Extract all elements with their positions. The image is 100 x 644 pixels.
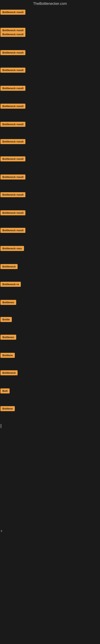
- bottleneck-item-9: Bottleneck result: [0, 138, 25, 146]
- bottleneck-badge-18[interactable]: Bottlenec: [0, 300, 16, 305]
- bottleneck-item-1: Bottleneck result: [0, 8, 25, 17]
- bottleneck-badge-1[interactable]: Bottleneck result: [0, 10, 25, 15]
- bottleneck-badge-15[interactable]: Bottleneck resu: [0, 246, 24, 251]
- bottleneck-badge-13[interactable]: Bottleneck result: [0, 210, 25, 215]
- bottleneck-badge-16[interactable]: Bottleneck: [0, 264, 18, 269]
- bottleneck-item-14: Bottleneck result: [0, 226, 25, 235]
- bottleneck-badge-21[interactable]: Bottlene: [0, 353, 15, 358]
- bottleneck-item-24: Bottlene: [0, 404, 15, 414]
- bottleneck-item-11: Bottleneck result: [0, 173, 25, 182]
- bottleneck-item-17: Bottleneck re: [0, 280, 21, 289]
- bottleneck-item-13: Bottleneck result: [0, 209, 25, 218]
- bottleneck-item-7: Bottleneck result: [0, 102, 25, 111]
- bottleneck-badge-22[interactable]: Bottleneck: [0, 370, 18, 375]
- bottleneck-item-10: Bottleneck result: [0, 155, 25, 164]
- bottleneck-item-18: Bottlenec: [0, 298, 16, 307]
- bottleneck-item-21: Bottlene: [0, 351, 15, 360]
- bottleneck-item-5: Bottleneck result: [0, 66, 25, 75]
- small-char: 0: [0, 529, 2, 534]
- bottleneck-badge-19[interactable]: Bottle: [0, 317, 12, 322]
- bottleneck-item-15: Bottleneck resu: [0, 244, 24, 253]
- bottleneck-badge-11[interactable]: Bottleneck result: [0, 174, 25, 180]
- bottleneck-badge-9[interactable]: Bottleneck result: [0, 139, 25, 144]
- bottleneck-item-8: Bottleneck result: [0, 120, 25, 129]
- bottleneck-item-22: Bottleneck: [0, 369, 18, 378]
- bottleneck-badge-17[interactable]: Bottleneck re: [0, 282, 21, 287]
- bottleneck-item-3: Bottleneck result: [0, 30, 25, 39]
- bottleneck-badge-23[interactable]: Bott: [0, 388, 10, 394]
- cursor-line: [1, 424, 1, 428]
- bottleneck-badge-3[interactable]: Bottleneck result: [0, 32, 25, 37]
- bottleneck-item-20: Bottlenec: [0, 333, 16, 342]
- bottleneck-item-4: Bottleneck result: [0, 48, 25, 58]
- site-title: TheBottlenecker.com: [0, 0, 100, 8]
- bottleneck-item-12: Bottleneck result: [0, 190, 25, 200]
- bottleneck-badge-24[interactable]: Bottlene: [0, 406, 15, 411]
- bottleneck-badge-5[interactable]: Bottleneck result: [0, 68, 25, 73]
- bottleneck-item-23: Bott: [0, 387, 10, 396]
- bottleneck-item-6: Bottleneck result: [0, 84, 25, 93]
- bottleneck-badge-6[interactable]: Bottleneck result: [0, 86, 25, 91]
- bottleneck-badge-14[interactable]: Bottleneck result: [0, 228, 25, 233]
- bottleneck-badge-10[interactable]: Bottleneck result: [0, 156, 25, 162]
- bottleneck-badge-8[interactable]: Bottleneck result: [0, 122, 25, 127]
- bottleneck-item-16: Bottleneck: [0, 262, 18, 272]
- bottleneck-badge-7[interactable]: Bottleneck result: [0, 104, 25, 109]
- bottleneck-badge-20[interactable]: Bottlenec: [0, 335, 16, 340]
- bottleneck-badge-12[interactable]: Bottleneck result: [0, 192, 25, 197]
- bottleneck-item-19: Bottle: [0, 315, 12, 324]
- bottleneck-badge-4[interactable]: Bottleneck result: [0, 50, 25, 55]
